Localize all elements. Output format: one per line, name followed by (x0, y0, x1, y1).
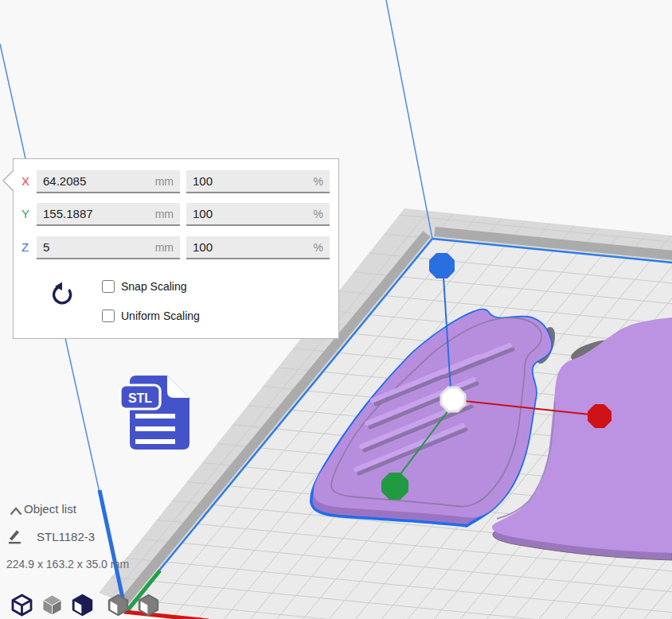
y-axis-label: Y (21, 207, 36, 220)
slicer-app: X mm % Y mm % Z mm % (0, 0, 672, 619)
scale-row-z: Z mm % (14, 236, 338, 259)
stl-file-icon: STL (118, 372, 193, 452)
rotate-ccw-icon (52, 281, 76, 308)
x-percent-input[interactable] (186, 170, 330, 193)
view-mode-ghost-button-1[interactable] (106, 593, 131, 617)
cube-ghost-icon (106, 593, 131, 617)
scale-row-x: X mm % (14, 170, 338, 193)
object-list-header[interactable]: Object list (6, 502, 76, 516)
snap-scaling-option: Snap Scaling (102, 279, 187, 293)
z-size-input[interactable] (37, 236, 180, 259)
pencil-icon (6, 528, 22, 544)
view-mode-solid-button[interactable] (40, 593, 64, 617)
y-percent-input[interactable] (186, 203, 330, 226)
cube-wireframe-icon (10, 593, 34, 617)
stl-badge-label: STL (128, 391, 152, 405)
reset-scale-button[interactable] (50, 280, 77, 310)
y-size-input[interactable] (37, 203, 180, 226)
scale-row-y: Y mm % (14, 203, 338, 226)
cube-ghost-icon (136, 593, 161, 617)
y-scale-handle[interactable] (383, 474, 407, 498)
uniform-scaling-label: Uniform Scaling (121, 310, 200, 322)
view-mode-toolbar (10, 593, 166, 617)
scale-tool-panel: X mm % Y mm % Z mm % (13, 158, 339, 339)
uniform-scaling-option: Uniform Scaling (102, 309, 200, 322)
cube-cutaway-icon (70, 593, 95, 617)
snap-scaling-checkbox[interactable] (102, 280, 115, 293)
view-mode-cutaway-button[interactable] (70, 593, 95, 617)
x-axis-label: X (21, 174, 36, 188)
uniform-scaling-checkbox[interactable] (102, 310, 115, 322)
snap-scaling-label: Snap Scaling (121, 280, 187, 293)
chevron-up-icon (10, 506, 22, 516)
center-scale-handle[interactable] (441, 387, 465, 411)
z-percent-input[interactable] (186, 236, 330, 259)
z-scale-handle[interactable] (431, 255, 453, 277)
object-name: STL1182-3 (37, 530, 95, 543)
x-size-input[interactable] (37, 170, 180, 193)
cube-solid-icon (40, 593, 64, 617)
page-fold (167, 376, 189, 398)
object-list-item[interactable]: STL1182-3 (6, 528, 95, 544)
view-mode-wireframe-button[interactable] (10, 593, 34, 617)
object-list-title: Object list (24, 502, 76, 516)
build-volume-edge-back (386, 0, 432, 239)
object-dimensions: 224.9 x 163.2 x 35.0 mm (6, 558, 129, 570)
z-axis-label: Z (21, 240, 36, 254)
x-scale-handle[interactable] (589, 406, 610, 426)
view-mode-ghost-button-2[interactable] (136, 593, 161, 617)
